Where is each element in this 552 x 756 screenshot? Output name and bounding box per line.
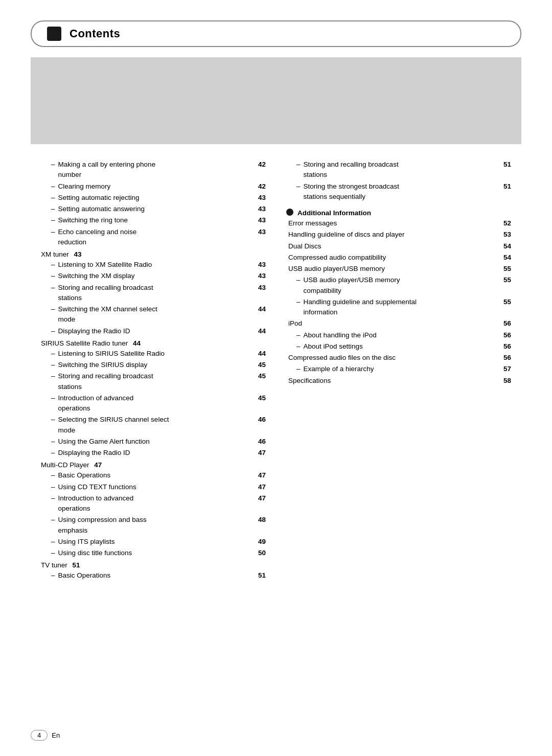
list-item: Dual Discs 54 bbox=[288, 241, 511, 251]
list-item: – About handling the iPod 56 bbox=[296, 330, 511, 340]
dash-icon: – bbox=[296, 275, 301, 285]
item-label: Handling guideline of discs and player bbox=[288, 230, 500, 240]
list-item: – Clearing memory 42 bbox=[51, 181, 266, 192]
dash-icon: – bbox=[51, 470, 55, 480]
page-number: 43 bbox=[258, 271, 266, 281]
language-label: En bbox=[52, 731, 60, 739]
item-label: Using disc title functions bbox=[58, 548, 255, 558]
title-bar: Contents bbox=[31, 20, 521, 47]
list-item: – Introduction of advancedoperations 45 bbox=[51, 393, 266, 414]
page-number: 52 bbox=[503, 218, 511, 228]
toc-sub-group: – USB audio player/USB memorycompatibili… bbox=[286, 275, 511, 317]
page-number: 43 bbox=[258, 204, 266, 214]
list-item: – Setting automatic rejecting 43 bbox=[51, 193, 266, 203]
list-item: – Handling guideline and supplementalinf… bbox=[296, 297, 511, 318]
item-label: Storing and recalling broadcaststations bbox=[58, 283, 255, 304]
list-item: USB audio player/USB memory 55 bbox=[288, 264, 511, 274]
item-label: Example of a hierarchy bbox=[304, 364, 500, 374]
list-item: – Echo canceling and noisereduction 43 bbox=[51, 227, 266, 248]
section-title: TV tuner bbox=[41, 561, 67, 569]
gray-area bbox=[31, 57, 521, 144]
list-item: – Storing and recalling broadcaststation… bbox=[51, 283, 266, 304]
item-label: Switching the SIRIUS display bbox=[58, 360, 255, 370]
toc-sub-group: – Listening to XM Satellite Radio 43 – S… bbox=[41, 260, 266, 336]
section-header-label: Additional Information bbox=[297, 209, 371, 217]
toc-sub-group: – Storing and recalling broadcaststation… bbox=[286, 159, 511, 202]
bullet-icon bbox=[286, 209, 293, 216]
item-label: Listening to SIRIUS Satellite Radio bbox=[58, 349, 255, 359]
dash-icon: – bbox=[296, 330, 301, 340]
item-label: Dual Discs bbox=[288, 241, 500, 251]
section-title: SIRIUS Satellite Radio tuner bbox=[41, 339, 128, 347]
item-label: Using ITS playlists bbox=[58, 537, 255, 547]
page-number: 42 bbox=[258, 181, 266, 192]
item-label: USB audio player/USB memorycompatibility bbox=[304, 275, 500, 296]
item-label: Making a call by entering phonenumber bbox=[58, 159, 255, 180]
additional-info-section: Additional Information bbox=[286, 208, 511, 217]
item-label: Using CD TEXT functions bbox=[58, 482, 255, 492]
page-number: 47 bbox=[258, 448, 266, 458]
item-label: Selecting the SIRIUS channel selectmode bbox=[58, 415, 255, 436]
page-number: 54 bbox=[503, 253, 511, 263]
page-number: 55 bbox=[503, 297, 511, 307]
header-section: Contents bbox=[31, 20, 521, 47]
item-label: iPod bbox=[288, 318, 500, 329]
item-label: Switching the ring tone bbox=[58, 215, 255, 225]
list-item: – Basic Operations 47 bbox=[51, 470, 266, 480]
page-number: 43 bbox=[258, 283, 266, 293]
list-item: – Storing and recalling broadcaststation… bbox=[296, 159, 511, 180]
list-item: – Making a call by entering phonenumber … bbox=[51, 159, 266, 180]
page-number: 43 bbox=[74, 250, 82, 258]
list-item: – Introduction to advancedoperations 47 bbox=[51, 493, 266, 514]
page-number: 45 bbox=[258, 360, 266, 370]
page-number: 57 bbox=[503, 364, 511, 374]
toc-sub-group: – Basic Operations 47 – Using CD TEXT fu… bbox=[41, 470, 266, 558]
page-number: 48 bbox=[258, 515, 266, 525]
list-item: – Using ITS playlists 49 bbox=[51, 537, 266, 547]
page-number: 56 bbox=[503, 330, 511, 340]
page-number: 44 bbox=[258, 349, 266, 359]
list-item: – Switching the XM display 43 bbox=[51, 271, 266, 281]
list-item: XM tuner 43 bbox=[41, 250, 266, 258]
page-number: 43 bbox=[258, 227, 266, 237]
dash-icon: – bbox=[51, 493, 55, 503]
list-item: – Using the Game Alert function 46 bbox=[51, 437, 266, 447]
list-item: – Displaying the Radio ID 44 bbox=[51, 326, 266, 336]
item-label: Specifications bbox=[288, 376, 500, 386]
page-number: 58 bbox=[503, 376, 511, 386]
page-number: 56 bbox=[503, 341, 511, 352]
list-item: – About iPod settings 56 bbox=[296, 341, 511, 352]
dash-icon: – bbox=[51, 271, 55, 281]
dash-icon: – bbox=[296, 181, 301, 192]
content-area: – Making a call by entering phonenumber … bbox=[31, 159, 521, 582]
item-label: Displaying the Radio ID bbox=[58, 326, 255, 336]
section-title: Multi-CD Player bbox=[41, 461, 89, 469]
page-number: 46 bbox=[258, 437, 266, 447]
dash-icon: – bbox=[51, 437, 55, 447]
page-title: Contents bbox=[70, 27, 120, 40]
dash-icon: – bbox=[51, 326, 55, 336]
page-number: 47 bbox=[258, 470, 266, 480]
item-label: Switching the XM channel selectmode bbox=[58, 304, 255, 325]
item-label: Setting automatic answering bbox=[58, 204, 255, 214]
left-column: – Making a call by entering phonenumber … bbox=[41, 159, 266, 582]
list-item: – Setting automatic answering 43 bbox=[51, 204, 266, 214]
item-label: Echo canceling and noisereduction bbox=[58, 227, 255, 248]
dash-icon: – bbox=[51, 482, 55, 492]
additional-info-items: Error messages 52 Handling guideline of … bbox=[286, 218, 511, 274]
specifications-section: Specifications 58 bbox=[286, 376, 511, 386]
ipod-section: iPod 56 bbox=[286, 318, 511, 329]
list-item: – Switching the XM channel selectmode 44 bbox=[51, 304, 266, 325]
list-item: – Listening to XM Satellite Radio 43 bbox=[51, 260, 266, 270]
dash-icon: – bbox=[51, 181, 55, 192]
dash-icon: – bbox=[51, 159, 55, 170]
list-item: TV tuner 51 bbox=[41, 561, 266, 569]
dash-icon: – bbox=[51, 204, 55, 214]
item-label: Storing and recalling broadcaststations bbox=[304, 159, 500, 180]
list-item: iPod 56 bbox=[288, 318, 511, 329]
list-item: Handling guideline of discs and player 5… bbox=[288, 230, 511, 240]
page-number: 51 bbox=[73, 561, 80, 569]
page-container: Contents – Making a call by entering pho… bbox=[0, 0, 552, 756]
page-number: 56 bbox=[503, 353, 511, 363]
item-label: Storing the strongest broadcaststations … bbox=[304, 181, 500, 202]
